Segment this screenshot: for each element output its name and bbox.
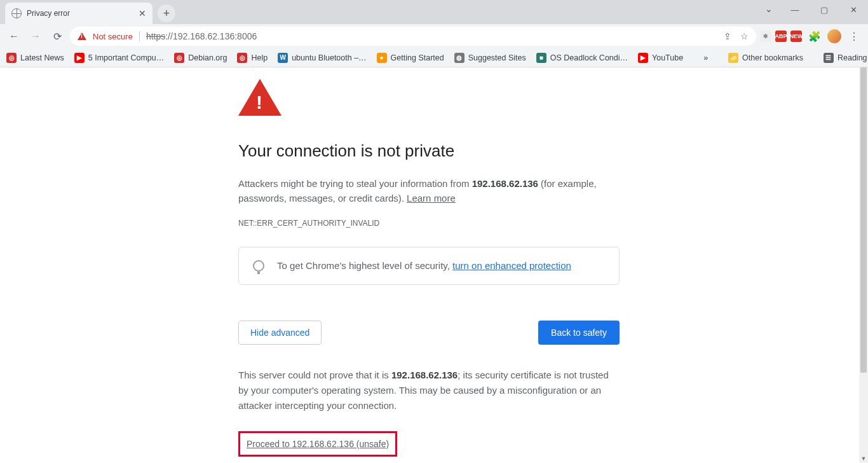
- enhanced-protection-link[interactable]: turn on enhanced protection: [452, 260, 571, 271]
- back-to-safety-button[interactable]: Back to safety: [538, 321, 620, 345]
- tab-strip: Privacy error ✕ + ⌄ — ▢ ✕: [0, 0, 868, 24]
- bookmark-label: 5 Important Compu…: [88, 53, 165, 62]
- window-controls: ⌄ — ▢ ✕: [780, 0, 868, 19]
- tabs-dropdown-icon[interactable]: ⌄: [765, 4, 773, 14]
- bookmark-item[interactable]: Wubuntu Bluetooth –…: [278, 53, 366, 63]
- bookmark-favicon: ◍: [454, 53, 465, 63]
- learn-more-link[interactable]: Learn more: [407, 193, 456, 204]
- bookmark-label: YouTube: [652, 53, 683, 62]
- back-button[interactable]: ←: [5, 27, 23, 45]
- scroll-thumb[interactable]: [860, 67, 867, 373]
- bookmark-favicon: W: [278, 53, 288, 63]
- bookmark-label: Getting Started: [391, 53, 444, 62]
- star-icon[interactable]: ☆: [740, 31, 749, 41]
- bookmarks-overflow-icon[interactable]: »: [703, 53, 708, 62]
- globe-icon: [11, 8, 22, 18]
- warning-paragraph: Attackers might be trying to steal your …: [238, 176, 620, 206]
- not-secure-label: Not secure: [93, 32, 133, 41]
- lightbulb-icon: [253, 260, 264, 272]
- other-bookmarks[interactable]: 📁 Other bookmarks: [728, 53, 803, 63]
- window-close[interactable]: ✕: [839, 0, 868, 19]
- reload-button[interactable]: ⟳: [48, 27, 66, 45]
- extension-icon-1[interactable]: ✱: [760, 31, 771, 42]
- window-minimize[interactable]: —: [780, 0, 810, 19]
- profile-avatar[interactable]: [827, 29, 841, 43]
- bookmark-item[interactable]: ▶YouTube: [638, 53, 683, 63]
- bookmark-item[interactable]: ■OS Deadlock Condi…: [536, 53, 628, 63]
- bookmark-label: ubuntu Bluetooth –…: [292, 53, 366, 62]
- extensions-menu-icon[interactable]: 🧩: [806, 27, 824, 45]
- bookmark-favicon: ◎: [6, 53, 17, 63]
- extension-new-icon[interactable]: NEW: [790, 31, 802, 42]
- window-maximize[interactable]: ▢: [810, 0, 839, 19]
- proceed-highlight-box: Proceed to 192.168.62.136 (unsafe): [238, 431, 397, 457]
- bookmark-item[interactable]: ▶5 Important Compu…: [74, 53, 165, 63]
- bookmark-item[interactable]: ◍Suggested Sites: [454, 53, 526, 63]
- reading-list[interactable]: ☰ Reading list: [824, 53, 868, 63]
- advanced-explanation: This server could not prove that it is 1…: [238, 368, 620, 413]
- toolbar: ← → ⟳ Not secure https://192.168.62.136:…: [0, 24, 868, 48]
- bookmarks-bar: ◎Latest News▶5 Important Compu…◎Debian.o…: [0, 48, 868, 67]
- kebab-menu-icon[interactable]: ⋮: [845, 27, 863, 45]
- bookmark-favicon: ◎: [237, 53, 247, 63]
- tab-title: Privacy error: [27, 9, 70, 18]
- bookmark-item[interactable]: ◎Debian.org: [174, 53, 227, 63]
- page-viewport: Your connection is not private Attackers…: [0, 67, 859, 463]
- forward-button[interactable]: →: [27, 27, 44, 45]
- bookmark-label: Latest News: [20, 53, 64, 62]
- reading-list-label: Reading list: [837, 53, 868, 62]
- tip-box: To get Chrome's highest level of securit…: [238, 247, 620, 285]
- extension-abp-icon[interactable]: ABP: [775, 31, 787, 42]
- bookmark-label: Help: [251, 53, 268, 62]
- hide-advanced-button[interactable]: Hide advanced: [238, 321, 322, 345]
- interstitial-content: Your connection is not private Attackers…: [238, 79, 620, 457]
- page-heading: Your connection is not private: [238, 141, 620, 161]
- share-icon[interactable]: ⇪: [724, 31, 731, 41]
- new-tab-button[interactable]: +: [158, 4, 175, 22]
- warning-triangle-icon-large: [238, 79, 281, 116]
- bookmark-item[interactable]: ◎Latest News: [6, 53, 64, 63]
- bookmark-label: Suggested Sites: [468, 53, 526, 62]
- bookmark-favicon: ◎: [174, 53, 184, 63]
- omnibox[interactable]: Not secure https://192.168.62.136:8006 ⇪…: [70, 27, 756, 46]
- browser-tab[interactable]: Privacy error ✕: [5, 3, 153, 24]
- error-code: NET::ERR_CERT_AUTHORITY_INVALID: [238, 219, 620, 228]
- bookmark-item[interactable]: ●Getting Started: [377, 53, 444, 63]
- proceed-unsafe-link[interactable]: Proceed to 192.168.62.136 (unsafe): [247, 439, 389, 449]
- other-bookmarks-label: Other bookmarks: [742, 53, 803, 62]
- bookmark-favicon: ▶: [638, 53, 648, 63]
- bookmark-item[interactable]: ◎Help: [237, 53, 268, 63]
- url-text: https://192.168.62.136:8006: [146, 31, 257, 41]
- button-row: Hide advanced Back to safety: [238, 321, 620, 345]
- bookmark-favicon: ●: [377, 53, 387, 63]
- bookmark-label: OS Deadlock Condi…: [550, 53, 628, 62]
- separator: [139, 31, 140, 41]
- bookmark-label: Debian.org: [188, 53, 227, 62]
- scroll-down-icon[interactable]: ▼: [859, 454, 868, 463]
- close-tab-icon[interactable]: ✕: [139, 8, 146, 18]
- bookmark-favicon: ■: [536, 53, 546, 63]
- bookmark-favicon: ▶: [74, 53, 85, 63]
- scrollbar[interactable]: ▲ ▼: [859, 67, 868, 463]
- warning-triangle-icon: [78, 32, 86, 40]
